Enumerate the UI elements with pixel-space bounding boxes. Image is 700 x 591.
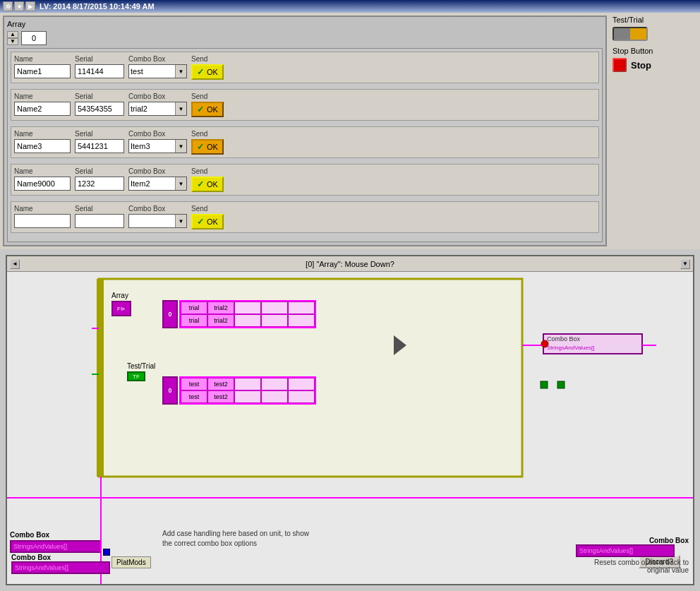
combo-arrow-2[interactable]: ▼ [175, 140, 186, 153]
svg-text:StringsAndValues[]: StringsAndValues[] [547, 345, 594, 351]
ok-label-0: OK [207, 68, 218, 76]
name-input-1[interactable] [14, 102, 71, 116]
diagram-nav-dropdown[interactable]: ▼ [680, 259, 690, 269]
svg-text:Combo Box: Combo Box [547, 335, 581, 342]
bottom-combo-left-title: Combo Box [11, 554, 110, 561]
title-bar-icons: ⚙ ★ ▶ [3, 1, 35, 11]
serial-input-3[interactable] [75, 177, 124, 191]
bottom-combo-right-title: Combo Box [576, 537, 689, 544]
array-index-field[interactable] [21, 31, 47, 45]
serial-label-1: Serial [75, 92, 124, 100]
combo-input-4[interactable] [129, 215, 175, 227]
combo-arrow-0[interactable]: ▼ [175, 65, 186, 78]
array-cell-false-02 [234, 378, 261, 390]
test-trial-toggle[interactable] [612, 27, 648, 41]
name-label-1: Name [14, 92, 71, 100]
ok-label-1: OK [207, 105, 218, 114]
name-input-0[interactable] [14, 64, 71, 78]
array-cell-true-02 [234, 302, 261, 314]
ok-button-4[interactable]: ✓ OK [191, 214, 224, 229]
array-cell-false-11: test2 [207, 390, 234, 403]
combo-field-group-3: Combo Box ▼ [128, 167, 187, 191]
name-input-2[interactable] [14, 139, 71, 153]
diagram-toolbar-title: [0] "Array": Mouse Down? [23, 260, 677, 268]
combo-label-0: Combo Box [128, 55, 187, 63]
serial-input-1[interactable] [75, 102, 124, 116]
name-label-4: Name [14, 205, 71, 213]
ok-label-3: OK [207, 180, 218, 189]
array-cell-true-12 [234, 314, 261, 327]
name-input-3[interactable] [14, 177, 71, 191]
combo-input-2[interactable] [129, 140, 175, 153]
diagram-toolbar: ◄ [0] "Array": Mouse Down? ▼ [7, 256, 693, 272]
array-section: Array ▲ ▼ Name Serial [3, 16, 607, 246]
combo-box-0[interactable]: ▼ [128, 64, 187, 78]
send-group-1: Send ✓ OK [191, 92, 224, 117]
ok-button-1[interactable]: ✓ OK [191, 102, 224, 117]
array-row-true-2: trial trial2 [181, 314, 315, 327]
checkmark-icon-4: ✓ [197, 217, 204, 227]
combo-box-2[interactable]: ▼ [128, 139, 187, 153]
stop-button-label: Stop Button [612, 47, 697, 55]
bottom-combo-right-area: Combo Box StringsAndValues[] Resets comb… [572, 534, 693, 577]
checkmark-icon-3: ✓ [197, 179, 204, 189]
combo-input-1[interactable] [129, 102, 175, 115]
ok-button-2[interactable]: ✓ OK [191, 139, 224, 155]
diagram-nav-left[interactable]: ◄ [10, 259, 20, 269]
combo-input-0[interactable] [129, 65, 175, 78]
array-cell-false-10: test [181, 390, 207, 403]
combo-box-1[interactable]: ▼ [128, 102, 187, 116]
table-row: Name Serial Combo Box ▼ [11, 52, 599, 83]
bottom-panel: ◄ [0] "Array": Mouse Down? ▼ Combo Box S… [0, 249, 700, 591]
combo-input-3[interactable] [129, 177, 175, 190]
serial-label-3: Serial [75, 167, 124, 175]
serial-input-2[interactable] [75, 139, 124, 153]
app-icon-1: ⚙ [3, 1, 13, 11]
index-up-button[interactable]: ▲ [7, 31, 18, 38]
combo-box-3[interactable]: ▼ [128, 177, 187, 191]
serial-field-group-0: Serial [75, 55, 124, 78]
name-input-4[interactable] [14, 214, 71, 228]
combo-field-group-0: Combo Box ▼ [128, 55, 187, 78]
array-index-row: ▲ ▼ [7, 31, 603, 45]
svg-rect-1 [97, 279, 104, 477]
vi-label: Array F⊳ [111, 292, 131, 316]
window-title: LV: 2014 8/17/2015 10:14:49 AM [40, 2, 155, 11]
diagram-container: ◄ [0] "Array": Mouse Down? ▼ Combo Box S… [6, 255, 694, 585]
ok-button-3[interactable]: ✓ OK [191, 177, 224, 192]
combo-box-4[interactable]: ▼ [128, 214, 187, 228]
name-field-group-1: Name [14, 92, 71, 116]
case-text-content: Add case handling here based on unit, to… [162, 530, 309, 547]
serial-label-4: Serial [75, 205, 124, 213]
stop-section: Stop Button Stop [612, 47, 697, 72]
title-bar: ⚙ ★ ▶ LV: 2014 8/17/2015 10:14:49 AM [0, 0, 700, 13]
combo-arrow-3[interactable]: ▼ [175, 177, 186, 190]
array-cell-false-03 [261, 378, 288, 390]
combo-arrow-4[interactable]: ▼ [175, 215, 186, 227]
bottom-combo-left-ctrl: StringsAndValues[] [11, 561, 110, 574]
vi-connector-text: F⊳ [117, 306, 126, 312]
bottom-combo-left-val: StringsAndValues[] [15, 564, 68, 571]
send-group-3: Send ✓ OK [191, 167, 224, 192]
top-panel: Array ▲ ▼ Name Serial [0, 13, 700, 249]
serial-label-0: Serial [75, 55, 124, 63]
right-controls: Test/Trial Stop Button Stop [612, 16, 697, 246]
index-down-button[interactable]: ▼ [7, 38, 18, 45]
send-label-3: Send [191, 167, 224, 175]
checkmark-icon-2: ✓ [197, 142, 204, 152]
stop-button[interactable]: Stop [612, 58, 697, 72]
app-icon-3: ▶ [25, 1, 35, 11]
serial-input-0[interactable] [75, 64, 124, 78]
name-field-group-4: Name [14, 205, 71, 228]
array-cell-true-10: trial [181, 314, 207, 327]
send-label-2: Send [191, 130, 224, 138]
serial-input-4[interactable] [75, 214, 124, 228]
combo-arrow-1[interactable]: ▼ [175, 102, 186, 115]
test-trial-label: Test/Trial [612, 16, 644, 24]
test-trial-diag-label: Test/Trial [127, 362, 155, 370]
array-label: Array [7, 20, 603, 28]
test-trial-indicator: TF [127, 371, 145, 381]
bottom-combo-right-val: StringsAndValues[] [579, 547, 633, 554]
ok-button-0[interactable]: ✓ OK [191, 64, 224, 80]
bottom-combo-right-note: Resets combo options back to original va… [576, 559, 689, 574]
